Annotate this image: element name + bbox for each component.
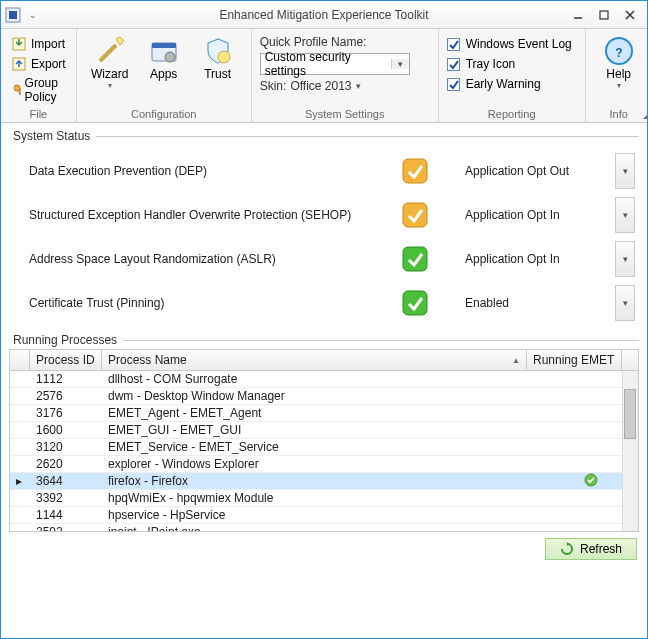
export-button[interactable]: Export — [9, 55, 68, 73]
refresh-icon — [560, 542, 574, 556]
event-log-checkbox[interactable]: Windows Event Log — [447, 37, 577, 51]
pid-cell: 2576 — [30, 389, 102, 403]
chevron-down-icon: ▾ — [108, 81, 112, 90]
pname-cell: ipoint - IPoint.exe — [102, 525, 543, 531]
table-row[interactable]: 3120EMET_Service - EMET_Service — [10, 439, 638, 456]
pname-cell: hpservice - HpService — [102, 508, 543, 522]
minimize-button[interactable] — [565, 5, 591, 25]
pid-cell: 3176 — [30, 406, 102, 420]
status-dropdown-button[interactable]: ▾ — [615, 197, 635, 233]
pid-cell: 3644 — [30, 474, 102, 488]
quick-profile-combo[interactable]: Custom security settings ▾ — [260, 53, 410, 75]
skin-label: Skin: — [260, 79, 287, 93]
pid-cell: 2592 — [30, 525, 102, 531]
svg-point-13 — [165, 52, 175, 62]
status-value: Application Opt Out — [465, 164, 615, 178]
table-row[interactable]: 2592ipoint - IPoint.exe — [10, 524, 638, 531]
status-dropdown-button[interactable]: ▾ — [615, 285, 635, 321]
pname-cell: dwm - Desktop Window Manager — [102, 389, 543, 403]
running-emet-header[interactable]: Running EMET — [527, 350, 622, 370]
quick-profile-label: Quick Profile Name: — [260, 35, 430, 49]
svg-rect-17 — [403, 159, 427, 183]
table-row[interactable]: 2620explorer - Windows Explorer — [10, 456, 638, 473]
chevron-down-icon[interactable]: ▾ — [391, 59, 409, 69]
table-row[interactable]: 3392hpqWmiEx - hpqwmiex Module — [10, 490, 638, 507]
trust-button[interactable]: Trust — [193, 33, 243, 83]
info-group-label: Info — [594, 105, 644, 120]
pid-header[interactable]: Process ID — [30, 350, 102, 370]
pname-cell: firefox - Firefox — [102, 474, 543, 488]
tray-icon-checkbox[interactable]: Tray Icon — [447, 57, 577, 71]
status-dropdown-button[interactable]: ▾ — [615, 241, 635, 277]
pid-cell: 3392 — [30, 491, 102, 505]
status-value: Application Opt In — [465, 208, 615, 222]
status-value: Enabled — [465, 296, 615, 310]
wizard-button[interactable]: Wizard ▾ — [85, 33, 135, 92]
pid-cell: 3120 — [30, 440, 102, 454]
title-bar: ⌄ Enhanced Mitigation Experience Toolkit — [1, 1, 647, 29]
table-row[interactable]: ▸3644firefox - Firefox — [10, 473, 638, 490]
svg-rect-1 — [9, 11, 17, 19]
file-group-label: File — [9, 105, 68, 120]
chevron-down-icon[interactable]: ▾ — [356, 81, 361, 91]
import-button[interactable]: Import — [9, 35, 68, 53]
svg-text:?: ? — [615, 46, 622, 60]
table-row[interactable]: 2576dwm - Desktop Window Manager — [10, 388, 638, 405]
process-table: Process ID Process Name▲ Running EMET 11… — [9, 349, 639, 532]
status-name: Data Execution Prevention (DEP) — [29, 164, 365, 178]
status-row: Structured Exception Handler Overwrite P… — [29, 195, 635, 235]
help-button[interactable]: ? Help ▾ — [594, 33, 644, 92]
svg-rect-12 — [152, 43, 176, 48]
pname-cell: EMET_Service - EMET_Service — [102, 440, 543, 454]
pname-cell: explorer - Windows Explorer — [102, 457, 543, 471]
group-policy-button[interactable]: Group Policy — [9, 75, 68, 105]
table-row[interactable]: 1600EMET_GUI - EMET_GUI — [10, 422, 638, 439]
status-check-icon — [365, 289, 465, 317]
apps-button[interactable]: Apps — [139, 33, 189, 83]
skin-value[interactable]: Office 2013 — [290, 79, 351, 93]
chevron-down-icon: ▾ — [617, 81, 621, 90]
refresh-button[interactable]: Refresh — [545, 538, 637, 560]
status-check-icon — [365, 201, 465, 229]
svg-rect-20 — [403, 291, 427, 315]
reporting-group-label: Reporting — [447, 105, 577, 120]
maximize-button[interactable] — [591, 5, 617, 25]
ribbon: Import Export Group Policy File Wizard ▾ — [1, 29, 647, 123]
status-name: Certificate Trust (Pinning) — [29, 296, 365, 310]
status-row: Data Execution Prevention (DEP)Applicati… — [29, 151, 635, 191]
scroll-header — [622, 350, 638, 370]
system-status-section: System Status — [9, 129, 639, 143]
svg-point-9 — [19, 89, 21, 95]
close-button[interactable] — [617, 5, 643, 25]
qat-down-icon[interactable]: ⌄ — [29, 10, 37, 20]
table-row[interactable]: 1144hpservice - HpService — [10, 507, 638, 524]
dialog-launcher-icon[interactable]: ◢ — [643, 110, 648, 120]
status-name: Address Space Layout Randomization (ASLR… — [29, 252, 365, 266]
svg-point-14 — [218, 51, 230, 63]
svg-marker-10 — [116, 37, 124, 45]
status-check-icon — [365, 245, 465, 273]
vertical-scrollbar[interactable] — [622, 371, 638, 531]
pname-cell: EMET_GUI - EMET_GUI — [102, 423, 543, 437]
status-name: Structured Exception Handler Overwrite P… — [29, 208, 365, 222]
app-icon — [5, 7, 21, 23]
status-check-icon — [365, 157, 465, 185]
pname-cell: dllhost - COM Surrogate — [102, 372, 543, 386]
status-dropdown-button[interactable]: ▾ — [615, 153, 635, 189]
row-handle: ▸ — [10, 474, 30, 488]
status-value: Application Opt In — [465, 252, 615, 266]
sort-asc-icon: ▲ — [512, 356, 520, 365]
configuration-group-label: Configuration — [85, 105, 243, 120]
system-settings-group-label: System Settings — [260, 105, 430, 120]
svg-rect-3 — [600, 11, 608, 19]
early-warning-checkbox[interactable]: Early Warning — [447, 77, 577, 91]
pname-header[interactable]: Process Name▲ — [102, 350, 527, 370]
pid-cell: 1144 — [30, 508, 102, 522]
pid-cell: 1600 — [30, 423, 102, 437]
window-title: Enhanced Mitigation Experience Toolkit — [219, 8, 428, 22]
pname-cell: EMET_Agent - EMET_Agent — [102, 406, 543, 420]
row-handle-header[interactable] — [10, 350, 30, 370]
table-row[interactable]: 3176EMET_Agent - EMET_Agent — [10, 405, 638, 422]
table-row[interactable]: 1112dllhost - COM Surrogate — [10, 371, 638, 388]
pname-cell: hpqWmiEx - hpqwmiex Module — [102, 491, 543, 505]
